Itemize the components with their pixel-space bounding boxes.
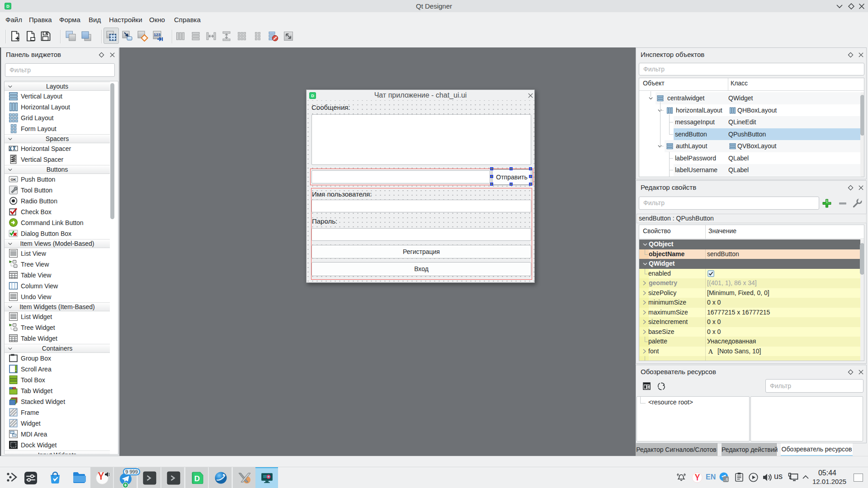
svg-text:D: D xyxy=(194,474,200,483)
svg-text:..6: ..6 xyxy=(723,477,728,482)
svg-text:A: A xyxy=(708,348,713,355)
svg-text:OK: OK xyxy=(11,178,16,182)
svg-text:123: 123 xyxy=(154,33,160,37)
